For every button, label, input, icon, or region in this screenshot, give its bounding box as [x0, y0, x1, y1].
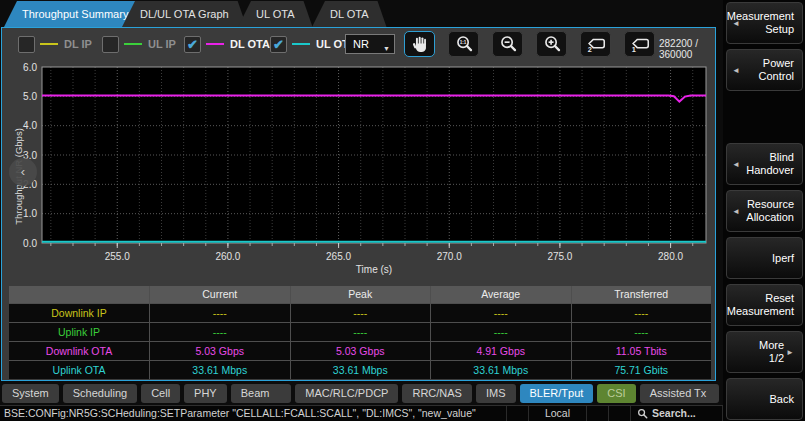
- row-label-uplink-ota: Uplink OTA: [9, 361, 149, 379]
- marker-1-icon: 1: [628, 33, 652, 55]
- cell-value: 33.61 Mbps: [431, 361, 571, 379]
- tab-bler-tput[interactable]: BLER/Tput: [520, 384, 594, 403]
- left-arrow-icon: ◄: [732, 158, 740, 171]
- table-header-blank: [9, 286, 149, 303]
- right-arrow-icon: ►: [786, 346, 794, 359]
- cell-value: 5.03 Gbps: [150, 342, 290, 360]
- svg-text:6.0: 6.0: [23, 62, 37, 73]
- softkey-more[interactable]: More 1/2 ►: [726, 331, 803, 373]
- status-cell: [507, 406, 529, 421]
- softkey-label: Resource Allocation: [741, 198, 794, 224]
- cell-value: 75.71 Gbits: [572, 361, 712, 379]
- left-arrow-icon: ◄: [732, 205, 740, 218]
- legend-item-ul-ip: UL IP: [102, 33, 176, 55]
- collapse-panel-button[interactable]: ‹: [9, 158, 37, 186]
- softkey-power-control[interactable]: ◄ Power Control: [726, 49, 803, 91]
- ul-ip-checkbox[interactable]: [102, 36, 119, 53]
- tab-cell[interactable]: Cell: [141, 384, 180, 403]
- cell-value: ----: [291, 323, 431, 341]
- tab-mac-rlc-pdcp[interactable]: MAC/RLC/PDCP: [295, 384, 398, 403]
- softkey-iperf[interactable]: Iperf: [726, 237, 803, 279]
- table-header-transferred: Transferred: [572, 286, 712, 303]
- svg-text:1.0: 1.0: [23, 208, 37, 219]
- softkey-label: Power Control: [741, 57, 794, 83]
- zoom-out-button[interactable]: [492, 31, 523, 57]
- marker-1-button[interactable]: 1: [624, 31, 655, 57]
- sample-counter: 282200 / 360000: [659, 38, 715, 60]
- hand-icon: [409, 33, 431, 55]
- tab-rrc-nas[interactable]: RRC/NAS: [402, 384, 472, 403]
- status-cell: [609, 406, 631, 421]
- tab-dl-ota[interactable]: DL OTA: [312, 1, 387, 27]
- tab-system[interactable]: System: [2, 384, 59, 403]
- local-remote-indicator: Local: [529, 406, 587, 421]
- tab-beam-mgmt[interactable]: Beam Mgmt: [231, 384, 292, 403]
- cell-value: ----: [572, 323, 712, 341]
- marker-2-icon: 2: [584, 33, 608, 55]
- svg-text:275.0: 275.0: [547, 251, 572, 262]
- left-arrow-icon: ◄: [732, 17, 740, 30]
- status-bar: BSE:CONFig:NR5G:SCHeduling:SETParameter …: [0, 405, 723, 421]
- tab-ul-ota[interactable]: UL OTA: [238, 1, 313, 27]
- cell-value: 4.91 Gbps: [431, 342, 571, 360]
- zoom-one-to-one-button[interactable]: 1:1: [448, 31, 479, 57]
- zoom-1-1-icon: 1:1: [453, 33, 475, 55]
- softkey-back[interactable]: Back: [726, 378, 803, 420]
- ul-ota-color-swatch: [292, 43, 310, 45]
- dl-ip-label: DL IP: [64, 38, 92, 50]
- legend-item-ul-ota: ✔ UL OTA: [270, 33, 356, 55]
- cell-value: ----: [572, 304, 712, 322]
- softkey-reset-measurement[interactable]: Reset Measurement: [726, 284, 803, 326]
- svg-text:270.0: 270.0: [437, 251, 462, 262]
- results-table: Current Peak Average Transferred Downlin…: [9, 286, 711, 379]
- search-input[interactable]: Search...: [631, 406, 723, 421]
- softkey-label: Reset Measurement: [727, 292, 794, 318]
- cell-value: 5.03 Gbps: [291, 342, 431, 360]
- dl-ota-checkbox[interactable]: ✔: [184, 36, 201, 53]
- tab-csi[interactable]: CSI: [597, 384, 635, 403]
- svg-text:0.0: 0.0: [23, 238, 37, 249]
- softkey-measurement-setup[interactable]: ◄ Measurement Setup: [726, 2, 803, 44]
- cell-value: ----: [291, 304, 431, 322]
- tab-dlul-ota-graph[interactable]: DL/UL OTA Graph: [122, 1, 247, 27]
- dl-ip-checkbox[interactable]: [18, 36, 35, 53]
- marker-2-button[interactable]: 2: [580, 31, 611, 57]
- tab-phy[interactable]: PHY: [184, 384, 227, 403]
- status-cell: [587, 406, 609, 421]
- cell-value: ----: [431, 304, 571, 322]
- svg-text:265.0: 265.0: [326, 251, 351, 262]
- throughput-chart[interactable]: 0.01.02.03.04.05.06.0255.0260.0265.0270.…: [6, 60, 712, 280]
- pan-tool-button[interactable]: [404, 31, 435, 57]
- zoom-in-icon: [541, 33, 563, 55]
- technology-select-value: NR: [353, 38, 369, 50]
- row-label-uplink-ip: Uplink IP: [9, 323, 149, 341]
- svg-text:4.0: 4.0: [23, 120, 37, 131]
- zoom-out-icon: [497, 33, 519, 55]
- softkey-blind-handover[interactable]: ◄ Blind Handover: [726, 143, 803, 185]
- zoom-in-button[interactable]: [536, 31, 567, 57]
- legend-item-dl-ota: ✔ DL OTA: [184, 33, 270, 55]
- ul-ota-checkbox[interactable]: ✔: [270, 36, 287, 53]
- softkey-label: Iperf: [772, 252, 794, 265]
- softkey-label: Back: [770, 393, 794, 406]
- search-icon: [637, 408, 648, 419]
- config-tab-bar: System Scheduling Cell PHY Beam Mgmt MAC…: [0, 383, 723, 405]
- tab-ims[interactable]: IMS: [476, 384, 516, 403]
- ul-ip-label: UL IP: [148, 38, 176, 50]
- dl-ota-color-swatch: [206, 43, 224, 45]
- throughput-summary-panel: DL IP UL IP ✔ DL OTA ✔ UL OTA NR ▼: [1, 27, 716, 381]
- svg-text:1: 1: [631, 45, 635, 54]
- softkey-label: Blind Handover: [741, 151, 794, 177]
- chevron-down-icon: ▼: [383, 40, 390, 58]
- tab-scheduling[interactable]: Scheduling: [63, 384, 137, 403]
- cell-value: ----: [431, 323, 571, 341]
- technology-select[interactable]: NR ▼: [345, 34, 395, 54]
- softkey-label: More 1/2: [741, 339, 784, 365]
- cell-value: ----: [150, 323, 290, 341]
- svg-text:Time (s): Time (s): [356, 264, 392, 275]
- tab-assisted-tx-meas[interactable]: Assisted Tx Meas: [640, 384, 719, 403]
- row-label-downlink-ota: Downlink OTA: [9, 342, 149, 360]
- table-header-peak: Peak: [291, 286, 431, 303]
- scpi-command-text: BSE:CONFig:NR5G:SCHeduling:SETParameter …: [0, 406, 507, 421]
- softkey-resource-allocation[interactable]: ◄ Resource Allocation: [726, 190, 803, 232]
